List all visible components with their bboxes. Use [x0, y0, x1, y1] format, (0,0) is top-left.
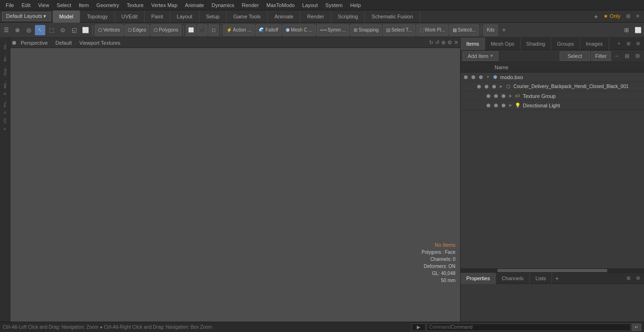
item-vis-3[interactable]: [478, 74, 484, 81]
layout-add-button[interactable]: +: [591, 12, 601, 21]
sidebar-label-f[interactable]: F: [3, 126, 7, 132]
panel-tab-groups[interactable]: Groups: [551, 38, 580, 50]
menu-maxtomodo[interactable]: MaxToModo: [263, 1, 298, 9]
sidebar-label-po[interactable]: Po...: [3, 97, 7, 109]
panel-expand[interactable]: ⊞: [624, 40, 633, 48]
item-vis-dl1[interactable]: [485, 102, 492, 109]
wire-button[interactable]: ◻: [208, 24, 219, 36]
prop-tab-add[interactable]: +: [552, 273, 561, 284]
item-vis-tg3[interactable]: [500, 93, 507, 99]
close-layout-button[interactable]: ✕: [633, 12, 642, 21]
menu-file[interactable]: File: [2, 1, 18, 9]
prop-tab-lists[interactable]: Lists: [530, 273, 553, 284]
toolbar-select-icon[interactable]: ↖: [35, 25, 45, 35]
item-expand-tg[interactable]: ▶: [508, 93, 513, 99]
tab-animate[interactable]: Animate: [268, 10, 300, 23]
menu-select[interactable]: Select: [53, 1, 75, 9]
viewport-textures-label[interactable]: Viewport Textures: [76, 40, 123, 46]
default-layouts-dropdown[interactable]: Default Layouts ▾: [2, 12, 51, 21]
viewport-3d[interactable]: Y X Z No Items Polygons : Face Channels:…: [10, 48, 460, 322]
item-expand-dl[interactable]: ▶: [508, 103, 513, 108]
item-vis-dl3[interactable]: [500, 102, 507, 109]
filter-button[interactable]: Filter: [591, 51, 611, 61]
toolbar-icon-2[interactable]: ⊕: [12, 25, 23, 35]
panel-settings[interactable]: ⚙: [634, 40, 642, 48]
nav-more[interactable]: ▶: [412, 324, 426, 331]
prop-settings[interactable]: ⚙: [634, 274, 642, 283]
tab-model[interactable]: Model: [53, 10, 81, 23]
action-button[interactable]: ⚡ Action ...: [223, 24, 255, 36]
menu-layout[interactable]: Layout: [298, 1, 322, 9]
item-modo-bxo[interactable]: ▼ ⬢ modo.bxo: [461, 73, 644, 82]
item-vis-2[interactable]: [470, 74, 477, 81]
sidebar-label-e[interactable]: E: [3, 90, 7, 97]
snapping-button[interactable]: ⊞ Snapping: [350, 24, 382, 36]
item-vis-c3[interactable]: [491, 83, 497, 90]
tab-game-tools[interactable]: Game Tools: [227, 10, 268, 23]
mesh-c-button[interactable]: ⬢ Mesh C ...: [282, 24, 316, 36]
item-texture-group[interactable]: ▶ 🏷 Texture Group: [461, 91, 644, 101]
polygons-button[interactable]: ⬡ Polygons: [150, 24, 182, 36]
selecti-button[interactable]: ▦ Selecti...: [449, 24, 479, 36]
symm-button[interactable]: ⟺ Symm ...: [317, 24, 349, 36]
panel-tab-items[interactable]: Items: [461, 38, 485, 50]
item-vis-c2[interactable]: [483, 83, 490, 90]
sidebar-label-me[interactable]: Me...: [3, 78, 7, 90]
viewport-icon-refresh[interactable]: ↺: [435, 40, 439, 46]
tab-paint[interactable]: Paint: [145, 10, 170, 23]
items-expand-button[interactable]: ⊞: [622, 51, 632, 61]
viewport-icon-zoom[interactable]: ⊕: [441, 40, 446, 46]
panel-tab-mesh-ops[interactable]: Mesh Ops: [485, 38, 520, 50]
items-scrollbar[interactable]: [461, 268, 644, 272]
falloff-button[interactable]: 🌊 Falloff: [256, 24, 281, 36]
toolbar-icon-1[interactable]: ☰: [1, 25, 11, 35]
menu-help[interactable]: Help: [347, 1, 365, 9]
toolbar-icon-6[interactable]: ⊙: [58, 25, 68, 35]
tab-render[interactable]: Render: [300, 10, 331, 23]
items-minus-button[interactable]: −: [612, 51, 621, 61]
menu-item[interactable]: Item: [75, 1, 92, 9]
viewport-icon-move[interactable]: ↻: [429, 40, 433, 46]
item-courier[interactable]: ▶ ⬡ Courier_Delivery_Backpack_Hendi_Clos…: [461, 82, 644, 91]
item-vis-1[interactable]: [462, 74, 469, 81]
edges-button[interactable]: ⬡ Edges: [124, 24, 149, 36]
menu-render[interactable]: Render: [238, 1, 263, 9]
sidebar-label-c[interactable]: C: [3, 109, 7, 116]
panel-tab-images[interactable]: Images: [580, 38, 609, 50]
sidebar-label-dup[interactable]: Dup...: [3, 64, 7, 77]
toolbar-icon-8[interactable]: ⬜: [80, 25, 91, 35]
toolbar-icon-5[interactable]: ⬚: [46, 25, 57, 35]
material-button[interactable]: ⬜: [186, 24, 196, 36]
menu-vertex-map[interactable]: Vertex Map: [148, 1, 182, 9]
toolbar-icon-7[interactable]: ◱: [69, 25, 79, 35]
item-vis-c1[interactable]: [476, 83, 482, 90]
menu-edit[interactable]: Edit: [18, 1, 34, 9]
command-input[interactable]: [451, 324, 628, 330]
item-vis-tg2[interactable]: [493, 93, 499, 99]
maximize-button[interactable]: ⊞: [623, 12, 633, 21]
item-vis-dl2[interactable]: [493, 102, 499, 109]
item-expand-courier[interactable]: ▶: [498, 84, 504, 89]
tab-uvedit[interactable]: UVEdit: [115, 10, 145, 23]
item-vis-tg1[interactable]: [485, 93, 492, 99]
menu-geometry[interactable]: Geometry: [92, 1, 123, 9]
tab-schematic-fusion[interactable]: Schematic Fusion: [365, 10, 420, 23]
scroll-handle[interactable]: [497, 269, 607, 272]
vertices-button[interactable]: ⬡ Vertices: [95, 24, 124, 36]
star-only-label[interactable]: ★ Only: [601, 13, 623, 19]
item-expand-1[interactable]: ▼: [485, 74, 491, 80]
prop-expand[interactable]: ⊞: [624, 274, 633, 283]
default-label[interactable]: Default: [52, 40, 74, 46]
perspective-label[interactable]: Perspective: [18, 40, 50, 46]
item-directional-light[interactable]: ▶ 💡 Directional Light: [461, 101, 644, 110]
tab-setup[interactable]: Setup: [199, 10, 227, 23]
items-settings-button[interactable]: ⚙: [633, 51, 642, 61]
menu-view[interactable]: View: [34, 1, 53, 9]
render-preview-button[interactable]: ⬛: [197, 24, 207, 36]
kits-button[interactable]: Kits: [483, 24, 498, 36]
command-enter-button[interactable]: ↵: [632, 324, 641, 331]
viewport-icon-close[interactable]: ✕: [454, 40, 458, 46]
menu-dynamics[interactable]: Dynamics: [208, 1, 238, 9]
toolbar-icon-3[interactable]: ◎: [24, 25, 34, 35]
panel-tab-shading[interactable]: Shading: [520, 38, 551, 50]
